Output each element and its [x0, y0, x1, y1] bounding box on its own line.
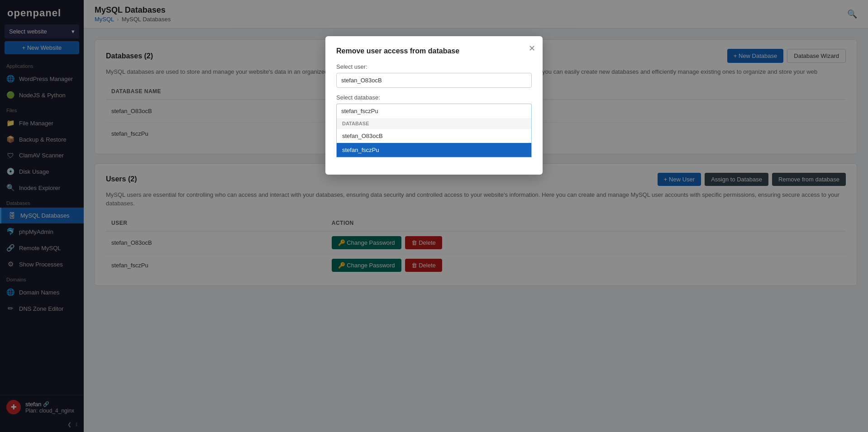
dropdown-options: Database stefan_O83ocB stefan_fsczPu [336, 118, 532, 157]
dropdown-group-label: Database [337, 118, 531, 129]
select-user-input[interactable] [336, 73, 532, 88]
modal-title: Remove user access from database [336, 47, 532, 55]
select-database-group: Select database: Database stefan_O83ocB … [336, 94, 532, 157]
select-database-input[interactable] [336, 104, 532, 118]
dropdown-option-1[interactable]: stefan_fsczPu [337, 143, 531, 157]
remove-access-modal: Remove user access from database ✕ Selec… [325, 36, 543, 175]
modal-close-button[interactable]: ✕ [529, 43, 535, 53]
dropdown-option-0[interactable]: stefan_O83ocB [337, 129, 531, 143]
select-user-group: Select user: [336, 63, 532, 88]
select-database-label: Select database: [336, 94, 532, 101]
select-user-label: Select user: [336, 63, 532, 70]
modal-overlay[interactable]: Remove user access from database ✕ Selec… [0, 0, 868, 432]
